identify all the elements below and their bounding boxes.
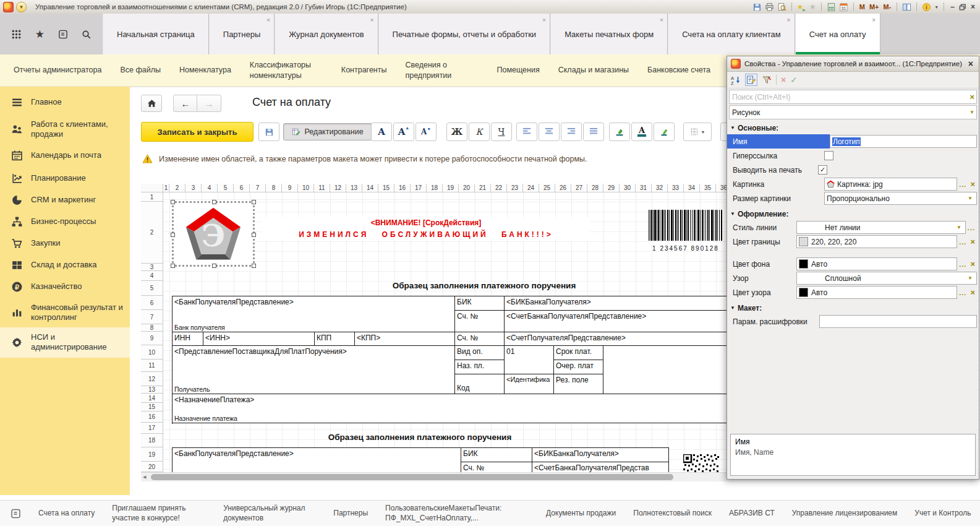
favorites-icon[interactable]: ★: [809, 2, 816, 11]
cell-inn-label[interactable]: ИНН: [173, 332, 203, 346]
sort-az-icon[interactable]: AZ: [731, 75, 741, 85]
row-header-9[interactable]: 9: [141, 332, 163, 345]
prop-row-pattern-color[interactable]: Цвет узора Авто ... ×: [727, 285, 979, 300]
col-header-33[interactable]: 33: [668, 184, 684, 192]
restore-button[interactable]: [959, 4, 966, 11]
function-link-7[interactable]: Склады и магазины: [558, 65, 629, 75]
col-header-31[interactable]: 31: [636, 184, 652, 192]
cell-kod[interactable]: Код: [455, 374, 505, 394]
history-item-8[interactable]: Управление лицензированием: [792, 509, 898, 519]
tab-close-icon[interactable]: ×: [660, 16, 663, 24]
save-button[interactable]: [258, 123, 279, 141]
col-header-26[interactable]: 26: [555, 184, 571, 192]
cell-vid-op[interactable]: Вид оп.: [455, 346, 505, 360]
name-input[interactable]: Логотип: [830, 135, 977, 148]
col-header-13[interactable]: 13: [346, 184, 362, 192]
row-header-15[interactable]: 15: [141, 403, 163, 412]
col-header-17[interactable]: 17: [411, 184, 427, 192]
col-header-23[interactable]: 23: [507, 184, 523, 192]
payment-order-table-2[interactable]: <БанкПолучателяПредставление> БИК <БИКБа…: [172, 447, 669, 472]
sidebar-item-10[interactable]: НСИ и администрирование: [0, 327, 130, 358]
col-header-3[interactable]: 3: [185, 184, 202, 192]
col-header-24[interactable]: 24: [523, 184, 539, 192]
save-icon[interactable]: [752, 2, 762, 12]
border-color-field[interactable]: 220, 220, 220: [796, 235, 957, 248]
cell-bank-label[interactable]: Банк получателя: [174, 324, 453, 331]
tab-3[interactable]: Печатные формы, отчеты и обработки×: [378, 14, 551, 54]
row-header-6[interactable]: 6: [141, 296, 163, 310]
history-item-7[interactable]: АБРАЗИВ СТ: [729, 509, 775, 519]
tab-close-icon[interactable]: ×: [266, 16, 270, 24]
col-header-19[interactable]: 19: [443, 184, 459, 192]
picture-clear-icon[interactable]: ×: [968, 179, 977, 189]
sidebar-item-9[interactable]: Финансовый результат и контроллинг: [0, 298, 130, 328]
align-left-button[interactable]: [516, 123, 537, 141]
tab-2[interactable]: Журнал документов×: [275, 14, 378, 54]
chevron-down-icon[interactable]: ▼: [966, 196, 974, 201]
row-header-7[interactable]: 7: [141, 310, 163, 324]
row-header-8[interactable]: 8: [141, 324, 163, 332]
bg-color-field[interactable]: Авто: [796, 257, 957, 270]
col-header-32[interactable]: 32: [652, 184, 668, 192]
prop-row-line-style[interactable]: Стиль линии Нет линии▼ ...: [727, 220, 979, 235]
row-header-13[interactable]: 13: [141, 386, 163, 394]
memory-m-button[interactable]: M: [859, 3, 866, 11]
row-header-14[interactable]: 14: [141, 394, 163, 403]
row-header-19[interactable]: 19: [141, 447, 163, 462]
col-header-10[interactable]: 10: [298, 184, 314, 192]
function-link-4[interactable]: Контрагенты: [341, 65, 387, 75]
bg-color-clear-icon[interactable]: ×: [968, 259, 977, 269]
col-header-16[interactable]: 16: [394, 184, 411, 192]
collapse-icon[interactable]: ▼: [730, 125, 735, 131]
highlight-button[interactable]: [654, 123, 675, 141]
payment-order-table-1[interactable]: <БанкПолучателяПредставление> Банк получ…: [172, 296, 798, 424]
filter-icon[interactable]: [762, 75, 772, 85]
cell-kpp-value[interactable]: <КПП>: [355, 332, 455, 346]
col-header-7[interactable]: 7: [250, 184, 266, 192]
cell-vid-op-value[interactable]: 01: [505, 346, 554, 374]
row-header-2[interactable]: 2: [141, 202, 163, 264]
font-color-button[interactable]: A: [631, 123, 652, 141]
pattern-select[interactable]: Сплошной▼: [796, 272, 977, 285]
prop-row-name[interactable]: Имя Логотип: [727, 134, 979, 149]
row-header-3[interactable]: 3: [141, 264, 163, 271]
borders-button[interactable]: ▼: [683, 123, 712, 141]
history-item-4[interactable]: ПользовательскиеМакетыПечати: ПФ_MXL_Сче…: [385, 504, 529, 523]
resize-handle[interactable]: [171, 200, 175, 204]
function-link-1[interactable]: Все файлы: [120, 65, 161, 75]
resize-handle[interactable]: [212, 200, 216, 204]
sidebar-item-1[interactable]: Работа с клиентами, продажи: [0, 114, 130, 145]
borders-dropdown-icon[interactable]: ▼: [701, 130, 705, 134]
resize-handle[interactable]: [252, 200, 256, 204]
print-checkbox[interactable]: ✓: [818, 165, 827, 175]
memory-m-plus-button[interactable]: M+: [869, 3, 880, 11]
calendar-icon[interactable]: 31: [839, 2, 848, 12]
col-header-28[interactable]: 28: [587, 184, 603, 192]
cell-payment-purpose-label[interactable]: Назначение платежа: [174, 415, 795, 422]
add-favorite-icon[interactable]: ★: [797, 2, 806, 12]
cell-ocher-plat[interactable]: Очер. плат: [554, 360, 603, 374]
resize-handle[interactable]: [212, 264, 216, 268]
cell-account-label[interactable]: Сч. №: [455, 311, 505, 332]
prop-row-decode-params[interactable]: Парам. расшифровки: [727, 314, 979, 329]
pattern-color-browse-button[interactable]: ...: [957, 289, 968, 296]
resize-handle[interactable]: [171, 233, 175, 237]
underline-button[interactable]: Ч: [491, 123, 512, 141]
back-button[interactable]: ←: [173, 95, 198, 112]
decrease-font-button[interactable]: A▼: [415, 123, 437, 141]
history-item-1[interactable]: Приглашаем принять участие в конкурсе!: [112, 504, 206, 523]
col-header-30[interactable]: 30: [620, 184, 636, 192]
collapse-icon[interactable]: ▼: [730, 211, 735, 217]
col-header-25[interactable]: 25: [539, 184, 555, 192]
col-header-27[interactable]: 27: [571, 184, 587, 192]
row-header-11[interactable]: 11: [141, 360, 163, 372]
favorites-star-icon[interactable]: ★: [33, 27, 46, 41]
tab-6[interactable]: Счет на оплату×: [795, 14, 880, 54]
prop-row-pattern[interactable]: Узор Сплошной▼: [727, 271, 979, 285]
sidebar-item-3[interactable]: Планирование: [0, 168, 130, 189]
line-style-select[interactable]: Нет линии▼: [796, 221, 966, 234]
memory-m-minus-button[interactable]: M-: [883, 3, 892, 11]
col-header-2[interactable]: 2: [169, 184, 185, 192]
col-header-22[interactable]: 22: [491, 184, 507, 192]
row-header-17[interactable]: 17: [141, 423, 163, 434]
